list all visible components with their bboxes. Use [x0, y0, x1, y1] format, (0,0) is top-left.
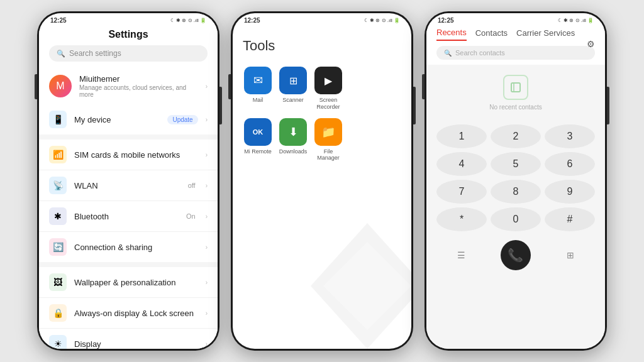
- lock-icon: 🔒: [49, 304, 67, 322]
- key-1[interactable]: 1: [436, 124, 487, 148]
- search-placeholder: Search settings: [69, 49, 121, 58]
- app-mi-remote[interactable]: OK Mi Remote: [243, 118, 273, 162]
- app-grid: ✉ Mail ⊞ Scanner ▶ Screen Recorder: [243, 67, 343, 162]
- network-section: 📶 SIM cards & mobile networks › 📡 WLAN o…: [39, 140, 218, 262]
- display-item[interactable]: ☀ Display ›: [39, 329, 218, 349]
- sim-text: SIM cards & mobile networks: [74, 150, 198, 160]
- wallpaper-text: Wallpaper & personalization: [74, 278, 198, 287]
- dialer-screen: ⚙ Recents Contacts Carrier Services 🔍 Se…: [426, 25, 605, 349]
- sim-icon: 📶: [49, 146, 67, 163]
- bluetooth-icon: ✱: [49, 207, 67, 225]
- profile-item[interactable]: M Miuithemer Manage accounts, cloud serv…: [39, 68, 218, 104]
- no-recent-section: No recent contacts: [479, 65, 552, 121]
- remote-icon: OK: [244, 118, 272, 146]
- chevron-right-icon-4: ›: [206, 182, 208, 189]
- search-icon: 🔍: [57, 50, 65, 58]
- lock-item[interactable]: 🔒 Always-on display & Lock screen ›: [39, 298, 218, 329]
- my-device-item[interactable]: 📱 My device Update ›: [39, 104, 218, 134]
- tab-recents[interactable]: Recents: [436, 28, 467, 41]
- sim-item[interactable]: 📶 SIM cards & mobile networks ›: [39, 140, 218, 170]
- wallpaper-label: Wallpaper & personalization: [74, 278, 198, 287]
- recorder-icon: ▶: [314, 67, 342, 94]
- downloads-label: Downloads: [279, 148, 308, 155]
- search-icon-2: 🔍: [444, 50, 452, 57]
- wallpaper-item[interactable]: 🖼 Wallpaper & personalization ›: [39, 267, 218, 298]
- file-manager-label: File Manager: [313, 148, 343, 162]
- phone-launcher: 12:25 ☾ ✱ ⊛ ⊙ .ıll 🔋 Tools ✉ Mail ⊞ Scan…: [231, 11, 413, 351]
- profile-subtitle: Manage accounts, cloud services, and mor…: [79, 84, 198, 98]
- settings-search-bar[interactable]: 🔍 Search settings: [49, 45, 208, 62]
- key-star[interactable]: *: [436, 207, 487, 231]
- tab-contacts[interactable]: Contacts: [475, 28, 508, 40]
- update-badge[interactable]: Update: [167, 115, 197, 124]
- lock-label: Always-on display & Lock screen: [74, 309, 198, 318]
- numpad: 1 2 3 4 5 6 7 8 9 * 0 #: [426, 121, 605, 235]
- settings-screen: Settings 🔍 Search settings M Miuithemer …: [39, 25, 218, 349]
- chevron-right-icon-3: ›: [206, 151, 208, 158]
- status-icons-3: ☾ ✱ ⊛ ⊙ .ıll 🔋: [558, 18, 594, 23]
- contacts-icon: [509, 81, 522, 94]
- display-label: Display: [74, 339, 198, 349]
- sim-label: SIM cards & mobile networks: [74, 150, 198, 160]
- wlan-value: off: [188, 182, 196, 189]
- settings-icon[interactable]: ⚙: [587, 39, 595, 49]
- time-1: 12:25: [50, 17, 67, 24]
- search-contacts-placeholder: Search contacts: [455, 49, 505, 57]
- bluetooth-value: On: [186, 212, 196, 220]
- settings-title: Settings: [49, 29, 208, 40]
- key-2[interactable]: 2: [491, 124, 541, 148]
- app-mail[interactable]: ✉ Mail: [243, 67, 273, 111]
- key-8[interactable]: 8: [491, 180, 541, 204]
- call-button[interactable]: 📞: [501, 240, 531, 270]
- time-2: 12:25: [244, 17, 260, 24]
- app-screen-recorder[interactable]: ▶ Screen Recorder: [313, 67, 343, 111]
- key-6[interactable]: 6: [545, 152, 595, 176]
- profile-name: Miuithemer: [79, 74, 198, 84]
- key-9[interactable]: 9: [545, 180, 595, 204]
- bluetooth-item[interactable]: ✱ Bluetooth On ›: [39, 201, 218, 232]
- device-label: My device: [74, 115, 160, 124]
- key-0[interactable]: 0: [491, 207, 541, 231]
- status-icons-2: ☾ ✱ ⊛ ⊙ .ıll 🔋: [364, 18, 400, 23]
- settings-content: M Miuithemer Manage accounts, cloud serv…: [39, 68, 218, 349]
- contact-search-bar[interactable]: 🔍 Search contacts: [436, 46, 595, 60]
- folder-title: Tools: [243, 38, 401, 54]
- key-7[interactable]: 7: [436, 180, 487, 204]
- chevron-right-icon-7: ›: [206, 279, 208, 286]
- dialer-header: ⚙ Recents Contacts Carrier Services 🔍 Se…: [426, 25, 605, 65]
- settings-header: Settings 🔍 Search settings: [39, 25, 218, 68]
- key-hash[interactable]: #: [545, 207, 595, 231]
- wifi-icon: 📡: [49, 177, 67, 194]
- key-5[interactable]: 5: [491, 152, 541, 176]
- dialer-bottom: ☰ 📞 ⊞: [426, 235, 605, 275]
- status-bar-1: 12:25 ☾ ✱ ⊛ ⊙ .ıll 🔋: [39, 13, 218, 25]
- phone-dialer: 12:25 ☾ ✱ ⊛ ⊙ .ıll 🔋 ⚙ Recents Contacts …: [425, 11, 607, 351]
- display-text: Display: [74, 339, 198, 349]
- phone-settings: 12:25 ☾ ✱ ⊛ ⊙ .ıll 🔋 Settings 🔍 Search s…: [37, 11, 219, 351]
- menu-icon[interactable]: ☰: [451, 245, 471, 265]
- app-file-manager[interactable]: 📁 File Manager: [313, 118, 343, 162]
- display-section: 🖼 Wallpaper & personalization › 🔒 Always…: [39, 267, 218, 349]
- avatar: M: [49, 75, 72, 97]
- connection-item[interactable]: 🔄 Connection & sharing ›: [39, 232, 218, 262]
- app-downloads[interactable]: ⬇ Downloads: [278, 118, 308, 162]
- app-scanner[interactable]: ⊞ Scanner: [278, 67, 308, 111]
- mail-label: Mail: [253, 97, 264, 104]
- mail-icon: ✉: [244, 67, 272, 94]
- wlan-label: WLAN: [74, 181, 180, 190]
- key-3[interactable]: 3: [545, 124, 595, 148]
- chevron-right-icon-6: ›: [206, 244, 208, 251]
- chevron-right-icon-5: ›: [206, 213, 208, 220]
- wlan-item[interactable]: 📡 WLAN off ›: [39, 170, 218, 201]
- display-icon: ☀: [49, 335, 67, 349]
- chevron-right-icon: ›: [206, 83, 208, 90]
- svg-rect-2: [511, 83, 520, 92]
- keypad-icon[interactable]: ⊞: [560, 245, 580, 265]
- key-4[interactable]: 4: [436, 152, 487, 176]
- lock-text: Always-on display & Lock screen: [74, 309, 198, 318]
- bluetooth-label: Bluetooth: [74, 212, 179, 221]
- dialer-tabs: Recents Contacts Carrier Services: [436, 28, 595, 41]
- status-icons-1: ☾ ✱ ⊛ ⊙ .ıll 🔋: [170, 18, 206, 23]
- status-bar-2: 12:25 ☾ ✱ ⊛ ⊙ .ıll 🔋: [233, 13, 411, 25]
- tab-carrier-services[interactable]: Carrier Services: [516, 28, 575, 40]
